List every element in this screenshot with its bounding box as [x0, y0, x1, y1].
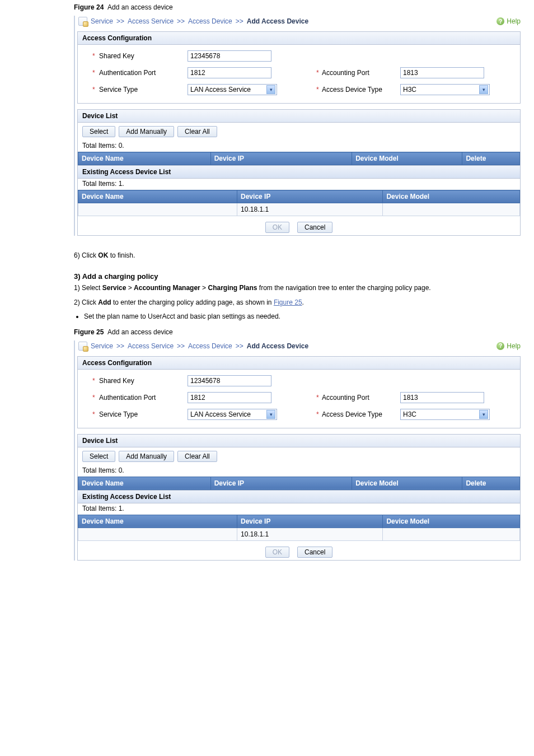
help-icon: ? [496, 17, 504, 25]
device-list-section: Device List Select Add Manually Clear Al… [77, 109, 521, 236]
cell-model [383, 203, 520, 216]
cancel-button[interactable]: Cancel [297, 547, 332, 558]
breadcrumb: Service >> Access Service >> Access Devi… [78, 17, 308, 26]
breadcrumb-service[interactable]: Service [91, 17, 113, 25]
doc-step-1: 1) Select Service > Accounting Manager >… [0, 281, 437, 296]
acct-port-input[interactable] [400, 392, 484, 403]
breadcrumb-current: Add Access Device [247, 17, 308, 25]
auth-port-label: *Authentication Port [82, 394, 188, 402]
cell-ip: 10.18.1.1 [237, 528, 383, 540]
ex-col-name: Device Name [78, 515, 237, 528]
add-manually-button[interactable]: Add Manually [119, 451, 174, 462]
col-device-name: Device Name [78, 152, 211, 165]
device-type-value: H3C [403, 410, 416, 418]
breadcrumb-service[interactable]: Service [91, 342, 113, 350]
cancel-button[interactable]: Cancel [297, 222, 332, 233]
breadcrumb: Service >> Access Service >> Access Devi… [78, 342, 308, 351]
service-type-select[interactable]: LAN Access Service ▾ [188, 84, 277, 95]
col-device-ip: Device IP [210, 477, 352, 489]
ex-col-ip: Device IP [237, 190, 383, 203]
cell-model [383, 528, 520, 540]
device-list-table: Device Name Device IP Device Model Delet… [78, 152, 520, 165]
existing-total: Total Items: 1. [78, 179, 520, 190]
service-type-label: *Service Type [82, 86, 188, 94]
service-type-select[interactable]: LAN Access Service ▾ [188, 409, 277, 420]
doc-bullet-list: Set the plan name to UserAcct and basic … [84, 312, 534, 320]
breadcrumb-access-device[interactable]: Access Device [188, 342, 232, 350]
figure-link[interactable]: Figure 25 [274, 298, 302, 306]
service-type-label: *Service Type [82, 410, 188, 418]
auth-port-input[interactable] [188, 67, 271, 78]
auth-port-input[interactable] [188, 392, 271, 403]
shared-key-input[interactable] [188, 375, 271, 386]
access-configuration-title: Access Configuration [78, 32, 520, 45]
ex-col-ip: Device IP [237, 515, 383, 528]
help-label: Help [507, 17, 521, 25]
device-type-select[interactable]: H3C ▾ [400, 409, 490, 420]
figure-title: Add an access device [107, 328, 173, 336]
col-device-model: Device Model [352, 477, 462, 489]
device-type-label: *Access Device Type [316, 410, 400, 418]
col-delete: Delete [462, 152, 520, 165]
col-delete: Delete [462, 477, 520, 489]
shared-key-label: *Shared Key [82, 377, 188, 385]
device-type-select[interactable]: H3C ▾ [400, 84, 490, 95]
figure-caption: Figure 24 Add an access device [0, 0, 534, 16]
acct-port-input[interactable] [400, 67, 484, 78]
breadcrumb-access-service[interactable]: Access Service [128, 342, 174, 350]
existing-list-title: Existing Access Device List [78, 490, 520, 503]
help-link[interactable]: ? Help [496, 17, 521, 25]
table-row: 10.18.1.1 [78, 528, 520, 540]
breadcrumb-access-device[interactable]: Access Device [188, 17, 232, 25]
clear-all-button[interactable]: Clear All [177, 126, 217, 137]
app-panel: Service >> Access Service >> Access Devi… [74, 16, 523, 236]
access-configuration-section: Access Configuration *Shared Key *Authen… [77, 31, 521, 104]
existing-list-title: Existing Access Device List [78, 165, 520, 179]
doc-step-2: 2) Click Add to enter the charging polic… [0, 295, 437, 310]
table-row: 10.18.1.1 [78, 203, 520, 216]
figure-title: Add an access device [107, 3, 173, 11]
existing-table: Device Name Device IP Device Model 10.18… [78, 190, 520, 216]
chevron-down-icon: ▾ [266, 410, 275, 419]
acct-port-label: *Accounting Port [316, 394, 400, 402]
chevron-down-icon: ▾ [479, 85, 488, 94]
help-icon: ? [496, 342, 504, 350]
device-list-total: Total Items: 0. [78, 465, 520, 477]
access-configuration-title: Access Configuration [78, 357, 520, 370]
device-list-table: Device Name Device IP Device Model Delet… [78, 477, 520, 490]
page-icon [78, 342, 87, 351]
service-type-value: LAN Access Service [190, 410, 251, 418]
doc-step-6: 6) Click OK to finish. [0, 248, 437, 263]
figure-number: Figure 24 [74, 3, 104, 11]
col-device-ip: Device IP [210, 152, 352, 165]
auth-port-label: *Authentication Port [82, 69, 188, 77]
help-label: Help [507, 342, 521, 350]
ok-button[interactable]: OK [265, 547, 289, 558]
help-link[interactable]: ? Help [496, 342, 521, 350]
add-manually-button[interactable]: Add Manually [119, 126, 174, 137]
doc-heading-charging: 3) Add a charging policy [0, 263, 534, 281]
cell-name [78, 203, 237, 216]
shared-key-input[interactable] [188, 50, 271, 62]
device-list-title: Device List [78, 110, 520, 123]
device-type-label: *Access Device Type [316, 86, 400, 94]
col-device-model: Device Model [352, 152, 462, 165]
breadcrumb-access-service[interactable]: Access Service [128, 17, 174, 25]
shared-key-label: *Shared Key [82, 52, 188, 60]
existing-table: Device Name Device IP Device Model 10.18… [78, 515, 520, 541]
figure-number: Figure 25 [74, 328, 104, 336]
acct-port-label: *Accounting Port [316, 69, 400, 77]
clear-all-button[interactable]: Clear All [177, 451, 217, 462]
device-list-section: Device List Select Add Manually Clear Al… [77, 434, 521, 561]
ok-button[interactable]: OK [265, 222, 289, 233]
chevron-down-icon: ▾ [266, 85, 275, 94]
ex-col-model: Device Model [383, 515, 520, 528]
device-list-title: Device List [78, 435, 520, 447]
select-button[interactable]: Select [82, 451, 115, 462]
device-type-value: H3C [403, 86, 416, 94]
app-panel: Service >> Access Service >> Access Devi… [74, 340, 523, 561]
select-button[interactable]: Select [82, 126, 115, 137]
page-icon [78, 17, 87, 26]
service-type-value: LAN Access Service [190, 86, 251, 94]
existing-total: Total Items: 1. [78, 503, 520, 515]
